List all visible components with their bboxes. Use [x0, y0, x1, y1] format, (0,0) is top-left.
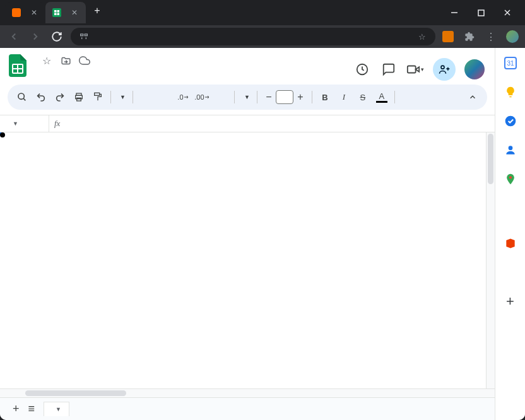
horizontal-scrollbar-row	[0, 388, 495, 397]
browser-tabs: ✕ ✕ +	[5, 2, 447, 23]
calendar-icon[interactable]: 31	[504, 57, 517, 69]
cloud-status-icon[interactable]	[78, 54, 91, 67]
menu-insert[interactable]	[64, 69, 73, 74]
minimize-button[interactable]	[447, 5, 462, 20]
close-window-button[interactable]	[500, 5, 515, 20]
app-header: ☆ ▾	[0, 48, 495, 81]
close-icon[interactable]: ✕	[69, 8, 80, 18]
browser-tab-0[interactable]: ✕	[5, 2, 45, 23]
history-icon[interactable]	[353, 61, 371, 78]
formula-bar: ▼ fx	[0, 115, 495, 132]
name-box[interactable]: ▼	[0, 115, 49, 132]
horizontal-scrollbar[interactable]	[24, 389, 486, 397]
font-size-control: − +	[262, 90, 307, 104]
svg-point-24	[18, 93, 24, 99]
account-avatar[interactable]	[464, 59, 485, 79]
redo-icon[interactable]	[52, 88, 68, 106]
sheet-tabs-bar: + ≡ ▼	[0, 397, 495, 420]
annotation-highlight	[0, 132, 5, 137]
reload-button[interactable]	[49, 29, 64, 44]
extensions-menu-icon[interactable]	[463, 30, 476, 43]
menu-file[interactable]	[34, 69, 43, 74]
header-actions: ▾	[353, 53, 487, 81]
menu-edit[interactable]	[44, 69, 53, 74]
fontsize-input[interactable]	[276, 90, 293, 104]
keep-icon[interactable]	[504, 86, 517, 98]
active-cell-outline	[0, 132, 3, 135]
paint-format-icon[interactable]	[90, 88, 106, 106]
italic-button[interactable]: I	[336, 88, 352, 106]
new-tab-button[interactable]: +	[88, 2, 106, 20]
site-settings-icon[interactable]	[78, 31, 90, 42]
fx-icon: fx	[49, 119, 65, 129]
contacts-icon[interactable]	[504, 144, 517, 156]
tab-favicon-icon	[52, 8, 62, 18]
undo-icon[interactable]	[33, 88, 49, 106]
meet-icon[interactable]: ▾	[406, 61, 424, 78]
number-format-button[interactable]	[213, 88, 230, 106]
menu-data[interactable]	[85, 69, 93, 74]
menu-format[interactable]	[74, 69, 83, 74]
address-bar[interactable]: ☆	[71, 28, 435, 45]
title-area: ☆	[34, 53, 347, 74]
office-icon[interactable]	[504, 237, 517, 250]
menu-more[interactable]	[115, 69, 124, 74]
browser-titlebar: ✕ ✕ +	[0, 0, 525, 25]
star-icon[interactable]: ☆	[40, 54, 53, 67]
bold-button[interactable]: B	[317, 88, 333, 106]
menu-bar	[34, 69, 347, 74]
maps-icon[interactable]	[504, 173, 517, 185]
text-color-button[interactable]: A	[374, 88, 390, 106]
decrease-fontsize-button[interactable]: −	[262, 90, 276, 104]
search-menus-icon[interactable]	[14, 88, 30, 106]
grid-area	[0, 132, 495, 388]
tasks-icon[interactable]	[504, 115, 517, 127]
svg-point-32	[505, 116, 516, 127]
svg-point-33	[508, 146, 512, 150]
svg-point-21	[441, 66, 444, 69]
menu-tools[interactable]	[95, 69, 103, 74]
strikethrough-button[interactable]: S	[355, 88, 371, 106]
add-addon-button[interactable]: +	[504, 295, 517, 308]
grid-scroll[interactable]	[0, 132, 486, 388]
decrease-decimal-icon[interactable]: .0	[175, 88, 192, 106]
browser-tab-1[interactable]: ✕	[45, 2, 86, 23]
svg-line-25	[23, 98, 25, 100]
collapse-toolbar-icon[interactable]	[464, 88, 481, 106]
svg-rect-29	[95, 93, 100, 95]
profile-avatar[interactable]	[506, 30, 519, 43]
svg-rect-9	[81, 34, 83, 36]
back-button[interactable]	[6, 29, 21, 44]
menu-view[interactable]	[54, 69, 63, 74]
extensions-area: ⋮	[442, 30, 519, 43]
sheet-tab-0[interactable]: ▼	[44, 402, 69, 416]
percent-button[interactable]	[156, 88, 173, 106]
close-icon[interactable]: ✕	[29, 8, 39, 18]
all-sheets-button[interactable]: ≡	[28, 402, 35, 416]
side-panel: 31 +	[495, 48, 525, 420]
browser-menu-icon[interactable]: ⋮	[485, 30, 497, 43]
menu-extensions[interactable]	[105, 69, 114, 74]
comments-icon[interactable]	[380, 61, 398, 78]
svg-rect-0	[12, 8, 21, 17]
currency-button[interactable]	[138, 88, 154, 106]
bookmark-icon[interactable]: ☆	[416, 31, 428, 42]
move-icon[interactable]	[59, 54, 72, 67]
svg-rect-10	[85, 34, 87, 36]
sheets-logo-icon[interactable]	[8, 53, 28, 78]
vertical-scrollbar[interactable]	[486, 132, 495, 388]
print-icon[interactable]	[71, 88, 87, 106]
increase-decimal-icon[interactable]: .00	[194, 88, 211, 106]
extension-icon[interactable]	[442, 30, 454, 43]
zoom-select[interactable]: ▼	[115, 94, 128, 100]
increase-fontsize-button[interactable]: +	[293, 90, 307, 104]
svg-point-34	[509, 176, 511, 178]
browser-toolbar: ☆ ⋮	[0, 25, 525, 48]
share-button[interactable]	[433, 58, 456, 81]
maximize-button[interactable]	[473, 5, 488, 20]
add-sheet-button[interactable]: +	[13, 402, 20, 416]
window-controls	[447, 5, 520, 20]
font-select[interactable]: ▼	[239, 94, 252, 100]
toolbar-more-button[interactable]	[399, 88, 416, 106]
forward-button[interactable]	[28, 29, 43, 44]
